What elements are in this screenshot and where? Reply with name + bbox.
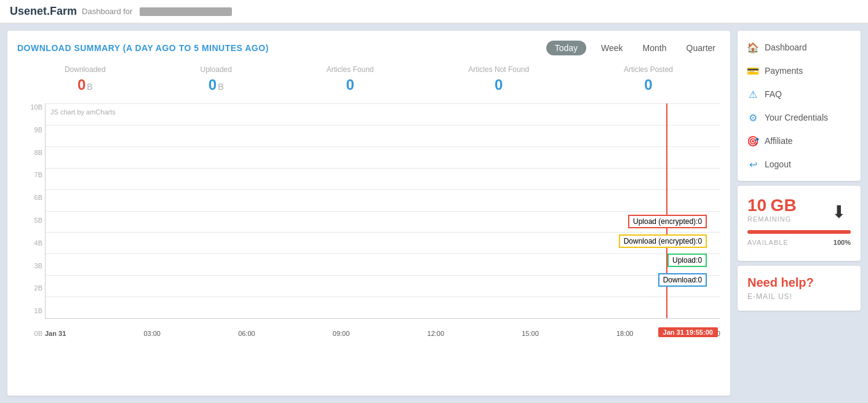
grid-line-5b <box>46 211 720 212</box>
y-label-3b: 3B <box>17 262 45 269</box>
storage-bar <box>747 230 851 234</box>
grid-line-10b <box>46 103 720 104</box>
stat-uploaded-unit: B <box>218 82 223 92</box>
grid-line-9b <box>46 125 720 126</box>
sidebar-nav: 🏠 Dashboard 💳 Payments ⚠ FAQ ⚙ Your Cred… <box>738 31 861 181</box>
stat-downloaded: Downloaded 0B <box>65 65 106 94</box>
storage-available-pct: 100% <box>834 239 851 251</box>
stat-articles-posted: Articles Posted 0 <box>624 65 673 94</box>
home-icon: 🏠 <box>747 42 759 53</box>
y-label-7b: 7B <box>17 171 45 178</box>
sidebar-item-affiliate[interactable]: 🎯 Affiliate <box>738 129 861 153</box>
x-label-0900: 09:00 <box>333 330 350 337</box>
chart-brand: JS chart by amCharts <box>50 108 116 116</box>
sidebar-label-faq: FAQ <box>765 89 782 99</box>
tooltip-upload-encrypted: Upload (encrypted):0 <box>628 215 707 228</box>
sidebar-label-payments: Payments <box>765 66 803 76</box>
page-title: DOWNLOAD SUMMARY (A DAY AGO TO 5 MINUTES… <box>17 43 269 53</box>
x-label-1200: 12:00 <box>428 330 445 337</box>
tooltip-download: Download:0 <box>658 273 707 287</box>
user-name-bar <box>140 7 232 16</box>
stat-articles-posted-value: 0 <box>644 76 652 93</box>
grid-line-3b <box>46 253 720 254</box>
sidebar-item-faq[interactable]: ⚠ FAQ <box>738 82 861 106</box>
logout-icon: ↩ <box>747 159 759 170</box>
credentials-icon: ⚙ <box>747 112 759 123</box>
tooltip-upload: Upload:0 <box>667 253 707 267</box>
stat-downloaded-label: Downloaded <box>65 65 106 74</box>
stats-row: Downloaded 0B Uploaded 0B Articles Found… <box>17 65 720 94</box>
stat-articles-not-found-label: Articles Not Found <box>468 65 529 74</box>
grid-line-8b <box>46 146 720 147</box>
y-label-5b: 5B <box>17 217 45 224</box>
y-label-6b: 6B <box>17 194 45 201</box>
sidebar-item-payments[interactable]: 💳 Payments <box>738 59 861 82</box>
stat-articles-not-found-value: 0 <box>495 76 503 93</box>
storage-top: 10 GB REMAINING ⬇ <box>747 196 851 228</box>
storage-widget: 10 GB REMAINING ⬇ AVAILABLE 100% <box>738 186 861 261</box>
y-label-2b: 2B <box>17 284 45 292</box>
grid-line-7b <box>46 168 720 169</box>
tooltip-download-encrypted: Download (encrypted):0 <box>619 234 707 248</box>
grid-line-2b <box>46 275 720 276</box>
dashboard-for-label: Dashboard for <box>82 7 132 16</box>
sidebar-item-credentials[interactable]: ⚙ Your Credentials <box>738 106 861 129</box>
y-label-1b: 1B <box>17 307 45 314</box>
y-label-0b: 0B <box>17 330 45 337</box>
stat-uploaded-value: 0 <box>209 76 217 93</box>
chart-grid: JS chart by amCharts Upload (encrypted):… <box>45 103 720 319</box>
sidebar-label-dashboard: Dashboard <box>765 42 807 52</box>
y-label-4b: 4B <box>17 239 45 247</box>
storage-amount: 10 <box>747 196 766 215</box>
storage-remaining-label: REMAINING <box>747 215 797 223</box>
date-tooltip: Jan 31 19:55:00 <box>658 327 718 337</box>
content-area: DOWNLOAD SUMMARY (A DAY AGO TO 5 MINUTES… <box>7 31 730 396</box>
storage-unit: GB <box>771 196 797 215</box>
sidebar-item-logout[interactable]: ↩ Logout <box>738 153 861 176</box>
main-layout: DOWNLOAD SUMMARY (A DAY AGO TO 5 MINUTES… <box>0 23 868 403</box>
stat-articles-found: Articles Found 0 <box>327 65 374 94</box>
help-widget: Need help? E-MAIL US! <box>738 266 861 311</box>
grid-line-6b <box>46 190 720 190</box>
stat-downloaded-unit: B <box>87 82 92 92</box>
stat-uploaded: Uploaded 0B <box>201 65 232 94</box>
help-subtitle: E-MAIL US! <box>747 292 851 301</box>
stat-uploaded-label: Uploaded <box>201 65 232 74</box>
filter-week[interactable]: Week <box>596 41 628 55</box>
storage-footer: AVAILABLE 100% <box>747 239 851 251</box>
affiliate-icon: 🎯 <box>747 135 759 146</box>
content-header: DOWNLOAD SUMMARY (A DAY AGO TO 5 MINUTES… <box>17 41 720 55</box>
time-filters: Today Week Month Quarter <box>546 41 720 55</box>
stat-articles-posted-label: Articles Posted <box>624 65 673 74</box>
download-icon: ⬇ <box>826 199 851 224</box>
filter-quarter[interactable]: Quarter <box>682 41 720 55</box>
filter-today[interactable]: Today <box>546 41 586 55</box>
header: Usenet.Farm Dashboard for <box>0 0 868 23</box>
sidebar-item-dashboard[interactable]: 🏠 Dashboard <box>738 36 861 59</box>
y-axis: 0B 1B 2B 3B 4B 5B 6B 7B 8B 9B 10B <box>17 103 45 337</box>
stat-downloaded-value: 0 <box>78 76 86 93</box>
help-title: Need help? <box>747 276 851 290</box>
stat-articles-found-value: 0 <box>346 76 354 93</box>
faq-icon: ⚠ <box>747 89 759 100</box>
x-label-1800: 18:00 <box>616 330 634 337</box>
chart-container: 0B 1B 2B 3B 4B 5B 6B 7B 8B 9B 10B <box>17 103 720 337</box>
y-label-9b: 9B <box>17 126 45 134</box>
y-label-10b: 10B <box>17 103 45 111</box>
stat-articles-found-label: Articles Found <box>327 65 374 74</box>
sidebar: 🏠 Dashboard 💳 Payments ⚠ FAQ ⚙ Your Cred… <box>738 31 861 396</box>
x-label-0600: 06:00 <box>238 330 255 337</box>
payments-icon: 💳 <box>747 65 759 76</box>
storage-available-label: AVAILABLE <box>747 239 789 246</box>
x-label-0300: 03:00 <box>143 330 161 337</box>
x-label-jan31: Jan 31 <box>45 330 66 337</box>
x-axis: Jan 31 03:00 06:00 09:00 12:00 15:00 18:… <box>45 319 720 337</box>
stat-articles-not-found: Articles Not Found 0 <box>468 65 529 94</box>
grid-line-1b <box>46 297 720 297</box>
chart-inner: 0B 1B 2B 3B 4B 5B 6B 7B 8B 9B 10B <box>17 103 720 337</box>
filter-month[interactable]: Month <box>638 41 672 55</box>
sidebar-label-credentials: Your Credentials <box>765 113 828 122</box>
site-logo: Usenet.Farm <box>10 5 77 18</box>
sidebar-label-logout: Logout <box>765 159 791 169</box>
grid-line-4b <box>46 232 720 233</box>
